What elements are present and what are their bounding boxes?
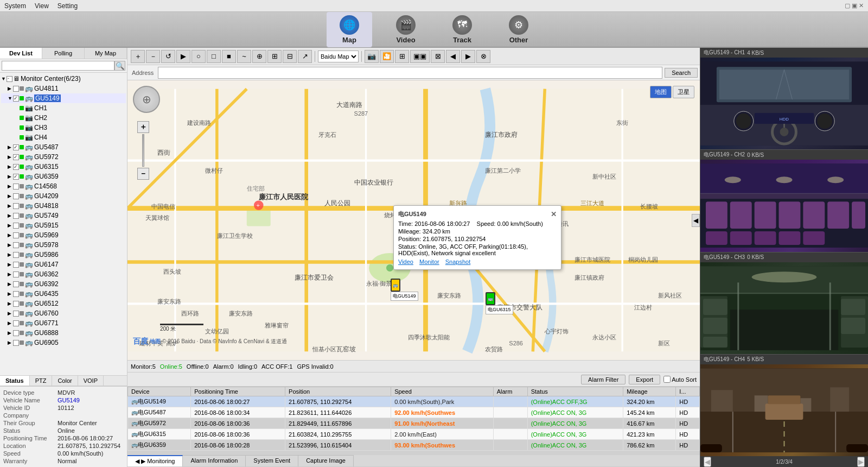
gu5487-expand-icon[interactable]: ▶ (8, 144, 13, 150)
gu6359-checkbox[interactable] (13, 174, 19, 180)
right-prev-btn[interactable]: ◀ (704, 457, 711, 467)
tree-node-c14568[interactable]: ▶ 🚌 C14568 (1, 181, 126, 191)
popup-snapshot-link[interactable]: Snapshot (445, 258, 470, 265)
bottom-tab-capture[interactable]: Capture Image (298, 455, 354, 466)
table-row[interactable]: 🚌电GU6359 2016-08-06 18:00:28 21.523996, … (128, 440, 700, 451)
table-row[interactable]: 🚌电GU5149 2016-08-06 18:00:27 21.607875, … (128, 396, 700, 407)
cam1-view[interactable]: HDD (700, 58, 868, 149)
route-btn[interactable]: ~ (237, 50, 251, 63)
tree-node-ch2[interactable]: 📷 CH2 (1, 113, 126, 123)
sidebar-tab-devlist[interactable]: Dev List (0, 48, 42, 59)
tree-node-gu5915[interactable]: ▶ 🚌 GU5915 (1, 220, 126, 230)
tree-node-gu6888[interactable]: ▶ 🚌 GU6888 (1, 328, 126, 338)
play-btn[interactable]: ▶ (176, 50, 190, 63)
gu6392-checkbox[interactable] (13, 281, 19, 287)
arrow-btn[interactable]: ↗ (298, 50, 312, 63)
col-postime[interactable]: Positioning Time (191, 387, 285, 396)
gu5972-checkbox[interactable] (13, 154, 19, 160)
rect-btn[interactable]: □ (207, 50, 221, 63)
tree-node-gu5487[interactable]: ▶ 🚌 GU5487 (1, 142, 126, 152)
tree-node-gu6512[interactable]: ▶ 🚌 GU6512 (1, 299, 126, 308)
address-input[interactable] (158, 67, 662, 79)
map-container[interactable]: 西街 建设南路 大道南路 廉江市人民医院 中国农业银行 廉江市政府 廉江第二小学… (127, 80, 700, 360)
vehicle-marker-gu6315[interactable]: 🚌 电GU6315 (486, 292, 513, 314)
gu5969-checkbox[interactable] (13, 232, 19, 238)
tree-node-ch3[interactable]: 📷 CH3 (1, 123, 126, 132)
gu6435-checkbox[interactable] (13, 291, 19, 297)
minus-btn[interactable]: ⊟ (283, 50, 297, 63)
table-row[interactable]: 🚌电GU6315 2016-08-06 18:00:36 21.603824, … (128, 429, 700, 440)
tab-video[interactable]: 🎬 Video (383, 12, 429, 47)
col-speed[interactable]: Speed (391, 387, 494, 396)
expand-root-icon[interactable]: ▼ (1, 76, 7, 81)
cam-btn1[interactable]: 📷 (365, 50, 379, 63)
gu6362-checkbox[interactable] (13, 272, 19, 277)
gu4209-checkbox[interactable] (13, 193, 19, 199)
cam-btn2[interactable]: 🎦 (380, 50, 394, 63)
sub-tab-status[interactable]: Status (0, 376, 30, 386)
next-cam-btn[interactable]: ▶ (461, 50, 475, 63)
bottom-tab-system[interactable]: System Event (246, 455, 298, 466)
table-row[interactable]: 🚌电GU5972 2016-08-06 18:00:36 21.829449, … (128, 418, 700, 429)
vehicle-marker-gu5149[interactable]: 🚌 电GU5149 (391, 279, 418, 301)
popup-close-btn[interactable]: ✕ (551, 210, 557, 218)
tree-node-gu6760[interactable]: ▶ 🚌 GU6760 (1, 308, 126, 318)
tree-node-gu6147[interactable]: ▶ 🚌 GU6147 (1, 260, 126, 269)
cam-btn4[interactable]: ▣▣ (410, 50, 430, 63)
bottom-tab-alarm[interactable]: Alarm Information (183, 455, 246, 466)
gu6359-expand-icon[interactable]: ▶ (8, 174, 13, 179)
search-btn[interactable]: Search (665, 68, 698, 78)
tree-node-gu5986[interactable]: ▶ 🚌 GU5986 (1, 250, 126, 260)
tree-node-gu5149[interactable]: ▼ 🚌 GU5149 (1, 93, 126, 103)
menu-view[interactable]: View (35, 2, 49, 10)
expand-gu5149-icon[interactable]: ▼ (8, 96, 13, 101)
gu5749-checkbox[interactable] (13, 213, 19, 219)
tree-node-gu5972[interactable]: ▶ 🚌 GU5972 (1, 152, 126, 162)
alarm-filter-btn[interactable]: Alarm Filter (581, 375, 626, 384)
cam-btn5[interactable]: ⊠ (431, 50, 445, 63)
gu5915-checkbox[interactable] (13, 223, 19, 229)
tab-other[interactable]: ⚙ Other (496, 12, 541, 47)
cam3-view[interactable] (700, 262, 868, 354)
col-position[interactable]: Position (285, 387, 391, 396)
sidebar-tab-polling[interactable]: Polling (42, 48, 85, 59)
zoom-out-btn[interactable]: － (146, 50, 160, 63)
tree-node-gu6435[interactable]: ▶ 🚌 GU6435 (1, 289, 126, 299)
popup-monitor-link[interactable]: Monitor (419, 258, 439, 265)
gu4811-checkbox[interactable] (13, 86, 19, 92)
tree-node-gu6359[interactable]: ▶ 🚌 GU6359 (1, 172, 126, 181)
tree-node-gu4811[interactable]: ▶ 🚌 GU4811 (1, 84, 126, 93)
cam-btn3[interactable]: ⊞ (395, 50, 409, 63)
gu5149-checkbox[interactable] (13, 96, 19, 102)
gu6315-checkbox[interactable] (13, 164, 19, 170)
sub-tab-color[interactable]: Color (52, 376, 78, 386)
tree-node-gu5749[interactable]: ▶ 🚌 GU5749 (1, 211, 126, 220)
gu6888-checkbox[interactable] (13, 330, 19, 336)
tree-node-ch4[interactable]: 📷 CH4 (1, 132, 126, 142)
col-info[interactable]: I... (676, 387, 700, 396)
gu5972-expand-icon[interactable]: ▶ (8, 154, 13, 160)
prev-cam-btn[interactable]: ◀ (446, 50, 460, 63)
menu-setting[interactable]: Setting (58, 2, 78, 10)
map-zoom-out-btn[interactable]: － (137, 168, 149, 180)
gu5978-checkbox[interactable] (13, 242, 19, 248)
search-input[interactable] (2, 61, 114, 71)
popup-video-link[interactable]: Video (398, 258, 413, 265)
cam2-view[interactable] (700, 160, 868, 251)
col-device[interactable]: Device (128, 387, 191, 396)
gu6760-checkbox[interactable] (13, 311, 19, 317)
collapse-panel-btn[interactable]: ◀ (692, 214, 700, 227)
gu6315-expand-icon[interactable]: ▶ (8, 164, 13, 169)
sub-tab-ptz[interactable]: PTZ (30, 376, 53, 386)
tree-node-gu6315[interactable]: ▶ 🚌 GU6315 (1, 162, 126, 172)
gu4209-expand-icon[interactable]: ▶ (8, 193, 13, 199)
add-btn[interactable]: ⊕ (252, 50, 266, 63)
col-mileage[interactable]: Mileage (623, 387, 676, 396)
tree-node-gu5978[interactable]: ▶ 🚌 GU5978 (1, 240, 126, 250)
col-alarm[interactable]: Alarm (493, 387, 527, 396)
root-checkbox[interactable] (7, 76, 12, 82)
zoom-in-btn[interactable]: ＋ (131, 50, 145, 63)
col-status[interactable]: Status (527, 387, 623, 396)
sub-tab-voip[interactable]: VOIP (78, 376, 104, 386)
c14568-expand-icon[interactable]: ▶ (8, 184, 13, 189)
